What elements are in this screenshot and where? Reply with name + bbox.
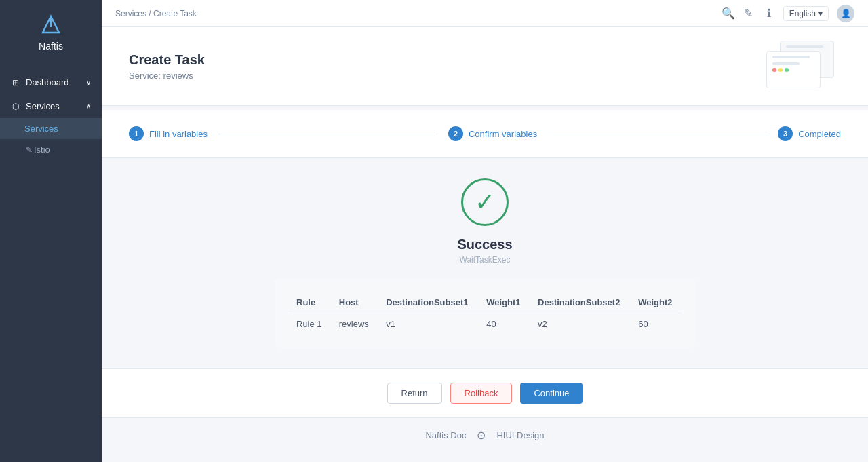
main-content: Services / Create Task 🔍 ✎ ℹ English ▾ 👤… xyxy=(102,0,868,462)
github-icon: ⊙ xyxy=(477,429,486,442)
dashboard-icon: ⊞ xyxy=(11,78,20,88)
step-3-label: Completed xyxy=(798,129,841,139)
col-dest-subset1: DestinationSubset1 xyxy=(378,292,478,313)
avatar-icon: 👤 xyxy=(841,9,851,18)
cell-dest-subset1: v1 xyxy=(378,313,478,335)
step-1-label: Fill in variables xyxy=(149,129,208,139)
top-header: Services / Create Task 🔍 ✎ ℹ English ▾ 👤 xyxy=(102,0,868,27)
step-1: 1 Fill in variables xyxy=(129,126,208,141)
illustration-dots xyxy=(772,68,814,72)
cell-rule: Rule 1 xyxy=(288,313,331,335)
continue-button[interactable]: Continue xyxy=(520,383,583,404)
return-button[interactable]: Return xyxy=(387,383,442,404)
sidebar-item-istio[interactable]: ✎ Istio xyxy=(0,139,102,160)
step-2-circle: 2 xyxy=(448,126,463,141)
breadcrumb: Services / Create Task xyxy=(115,9,197,18)
col-weight1: Weight1 xyxy=(478,292,530,313)
sidebar-sub-label-services: Services xyxy=(24,123,58,134)
cell-host: reviews xyxy=(331,313,378,335)
result-table-header-row: Rule Host DestinationSubset1 Weight1 Des… xyxy=(288,292,682,313)
col-host: Host xyxy=(331,292,378,313)
success-title: Success xyxy=(457,237,512,252)
header-actions: 🔍 ✎ ℹ English ▾ 👤 xyxy=(722,5,854,22)
result-table: Rule Host DestinationSubset1 Weight1 Des… xyxy=(288,292,682,334)
step-line-2 xyxy=(548,134,767,134)
chevron-down-icon: ∨ xyxy=(86,79,91,86)
illustration-line xyxy=(772,56,810,58)
page-header: Create Task Service: reviews xyxy=(102,27,868,106)
step-2: 2 Confirm variables xyxy=(448,126,537,141)
sidebar-item-services[interactable]: ⬡ Services ∧ xyxy=(0,94,102,118)
col-dest-subset2: DestinationSubset2 xyxy=(530,292,630,313)
rollback-button[interactable]: Rollback xyxy=(450,383,513,404)
services-icon: ⬡ xyxy=(11,102,20,111)
footer-doc-link[interactable]: Naftis Doc xyxy=(425,430,466,440)
step-1-circle: 1 xyxy=(129,126,144,141)
sidebar-navigation: ⊞ Dashboard ∨ ⬡ Services ∧ Services ✎ Is… xyxy=(0,71,102,160)
illustration-dot-green xyxy=(785,68,789,72)
language-selector[interactable]: English ▾ xyxy=(783,6,829,21)
language-chevron-icon: ▾ xyxy=(818,9,823,18)
step-3: 3 Completed xyxy=(778,126,841,141)
edit-icon[interactable]: ✎ xyxy=(743,7,755,20)
breadcrumb-services: Services xyxy=(115,9,146,18)
istio-icon: ✎ xyxy=(24,145,34,155)
steps-container: 1 Fill in variables 2 Confirm variables … xyxy=(102,110,868,158)
step-3-circle: 3 xyxy=(778,126,793,141)
page-subtitle: Service: reviews xyxy=(129,71,205,81)
success-subtitle: WaitTaskExec xyxy=(460,255,511,265)
illustration-line xyxy=(772,62,800,65)
steps: 1 Fill in variables 2 Confirm variables … xyxy=(129,126,841,141)
breadcrumb-create-task: Create Task xyxy=(153,9,197,18)
illustration-dot-red xyxy=(772,68,776,72)
illustration-dot-yellow xyxy=(778,68,783,72)
table-row: Rule 1 reviews v1 40 v2 60 xyxy=(288,313,682,335)
result-table-wrap: Rule Host DestinationSubset1 Weight1 Des… xyxy=(275,278,695,348)
sidebar: Naftis ⊞ Dashboard ∨ ⬡ Services ∧ Servic… xyxy=(0,0,102,462)
cell-weight2: 60 xyxy=(630,313,682,335)
cell-weight1: 40 xyxy=(478,313,530,335)
search-icon[interactable]: 🔍 xyxy=(722,7,734,20)
illustration-front-card xyxy=(766,51,821,88)
sidebar-label-services: Services xyxy=(26,101,60,111)
sidebar-item-dashboard[interactable]: ⊞ Dashboard ∨ xyxy=(0,71,102,94)
cell-dest-subset2: v2 xyxy=(530,313,630,335)
page-title-section: Create Task Service: reviews xyxy=(129,52,205,81)
result-table-body: Rule 1 reviews v1 40 v2 60 xyxy=(288,313,682,335)
sidebar-label-istio: Istio xyxy=(34,145,50,155)
success-checkmark-icon: ✓ xyxy=(475,188,495,216)
page-title: Create Task xyxy=(129,52,205,68)
result-table-head: Rule Host DestinationSubset1 Weight1 Des… xyxy=(288,292,682,313)
language-label: English xyxy=(789,9,816,18)
step-2-label: Confirm variables xyxy=(469,129,537,139)
success-section: ✓ Success WaitTaskExec Rule Host Destina… xyxy=(102,158,868,368)
info-icon[interactable]: ℹ xyxy=(763,7,775,20)
col-weight2: Weight2 xyxy=(630,292,682,313)
sidebar-logo: Naftis xyxy=(39,14,63,52)
sidebar-sub-item-services[interactable]: Services xyxy=(0,118,102,139)
logo-icon xyxy=(39,14,63,38)
app-name: Naftis xyxy=(39,41,63,52)
footer-design-link[interactable]: HIUI Design xyxy=(496,430,544,440)
content-area: Create Task Service: reviews xyxy=(102,27,868,462)
footer: Naftis Doc ⊙ HIUI Design xyxy=(102,417,868,453)
avatar[interactable]: 👤 xyxy=(837,5,854,22)
page-illustration xyxy=(766,41,841,92)
illustration-line xyxy=(786,45,823,48)
col-rule: Rule xyxy=(288,292,331,313)
sidebar-label-dashboard: Dashboard xyxy=(26,77,69,88)
actions-row: Return Rollback Continue xyxy=(102,368,868,417)
success-icon-wrap: ✓ xyxy=(461,178,509,226)
step-line-1 xyxy=(218,134,437,134)
chevron-up-icon: ∧ xyxy=(86,102,91,110)
